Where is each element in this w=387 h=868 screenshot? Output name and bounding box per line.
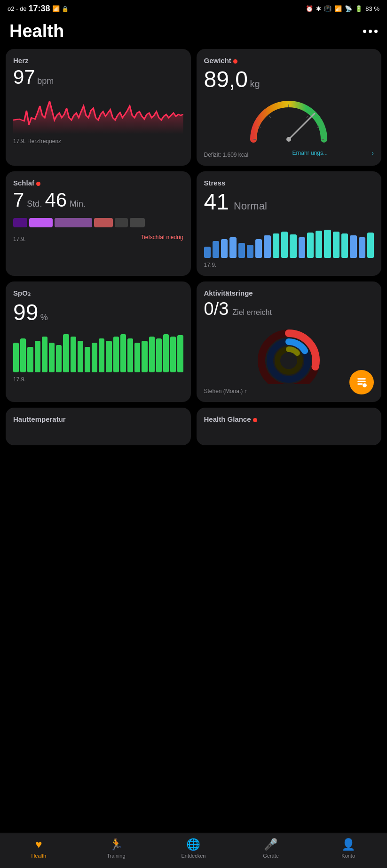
- stress-card[interactable]: Stress 41 Normal 17.9.: [197, 171, 382, 276]
- stress-bar-1: [213, 241, 219, 258]
- stress-bar-19: [367, 233, 374, 258]
- aktivitaet-value: 0/3: [204, 299, 229, 319]
- svg-rect-18: [357, 378, 365, 379]
- status-bar: o2 - de 17:38 📶 🔒 ⏰ ✱ 📳 📶 📡 🔋 83 %: [0, 0, 387, 16]
- dot2: [369, 30, 372, 33]
- stress-bar-2: [221, 239, 228, 258]
- dot3: [374, 30, 378, 33]
- nav-konto[interactable]: 👤 Konto: [334, 838, 363, 859]
- spo2-value-row: 99 %: [13, 299, 183, 325]
- nav-training[interactable]: 🏃 Training: [102, 838, 130, 859]
- spo2-bar-9: [78, 341, 83, 373]
- stress-bar-10: [290, 234, 296, 258]
- gewicht-footer-row: Defizit: 1.609 kcal Ernähr ungs... ›: [204, 148, 374, 158]
- sleep-seg-1: [13, 218, 27, 227]
- stress-bar-5: [247, 245, 253, 258]
- spo2-bar-21: [163, 334, 169, 372]
- spo2-card[interactable]: SpO₂ 99 % 17.9.: [6, 281, 191, 402]
- bottom-nav: ♥ Health 🏃 Training 🌐 Entdecken 🎤 Geräte…: [0, 833, 387, 868]
- stress-bar-12: [307, 233, 314, 258]
- spo2-bar-16: [127, 338, 133, 372]
- spo2-bar-20: [156, 338, 162, 372]
- gewicht-arrow[interactable]: ›: [371, 149, 374, 157]
- stress-bar-0: [204, 247, 211, 258]
- svg-point-16: [286, 339, 292, 345]
- gewicht-title: Gewicht: [204, 56, 374, 64]
- gewicht-link[interactable]: Ernähr ungs...: [292, 150, 328, 156]
- entdecken-nav-label: Entdecken: [181, 853, 205, 859]
- geraete-nav-label: Geräte: [263, 853, 279, 859]
- spo2-bars: [13, 330, 183, 372]
- aktivitaet-card[interactable]: Aktivitätsringe 0/3 Ziel erreicht: [197, 281, 382, 402]
- schlaf-mins-unit: Min.: [70, 199, 86, 209]
- heart-chart: [13, 92, 183, 134]
- gewicht-value-row: 89,0 kg: [204, 66, 374, 92]
- stress-bar-14: [324, 230, 331, 258]
- schlaf-warning: Tiefschlaf niedrig: [141, 234, 183, 241]
- status-right: ⏰ ✱ 📳 📶 📡 🔋 83 %: [306, 5, 379, 12]
- stress-bar-15: [333, 232, 340, 258]
- svg-line-4: [269, 116, 271, 118]
- aktivitaet-unit: Ziel erreicht: [232, 308, 272, 317]
- svg-point-1: [286, 137, 291, 142]
- spo2-bar-18: [142, 341, 147, 373]
- gewicht-value: 89,0: [204, 67, 248, 92]
- stress-value: 41: [204, 189, 229, 215]
- carrier-text: o2 - de: [8, 5, 26, 12]
- svg-point-17: [286, 347, 291, 352]
- hauttemperatur-card[interactable]: Hauttemperatur: [6, 408, 191, 445]
- konto-nav-icon: 👤: [341, 838, 355, 851]
- schlaf-mins: 46: [45, 189, 67, 211]
- battery-icon: 🔋: [355, 5, 363, 12]
- partial-cards-row: Hauttemperatur Health Glance: [0, 408, 387, 483]
- schlaf-value-row: 7 Std. 46 Min.: [13, 189, 183, 211]
- gewicht-deficit: Defizit: 1.609 kcal: [204, 152, 249, 158]
- alarm-icon: ⏰: [306, 5, 313, 12]
- spo2-unit: %: [40, 313, 48, 322]
- nfc-icon: 📶: [52, 5, 60, 12]
- stress-bar-17: [350, 235, 356, 258]
- herz-card[interactable]: Herz 97 bpm 17.9. Herzfrequenz: [6, 49, 191, 166]
- health-nav-label: Health: [31, 853, 46, 859]
- health-glance-card[interactable]: Health Glance: [197, 408, 382, 445]
- stress-label: Normal: [234, 200, 267, 212]
- cards-grid: Herz 97 bpm 17.9. Herzfrequenz Gewicht: [0, 49, 387, 402]
- aktivitaet-value-row: 0/3 Ziel erreicht: [204, 299, 374, 319]
- spo2-bar-2: [27, 347, 33, 372]
- svg-line-0: [289, 113, 315, 139]
- fab-button[interactable]: [349, 370, 374, 394]
- gewicht-unit: kg: [250, 79, 260, 89]
- spo2-bar-19: [149, 337, 155, 373]
- nav-entdecken[interactable]: 🌐 Entdecken: [179, 838, 207, 859]
- sleep-seg-3: [55, 218, 92, 227]
- training-nav-label: Training: [107, 853, 125, 859]
- spo2-bar-15: [120, 334, 126, 372]
- stress-bar-11: [299, 237, 305, 258]
- schlaf-footer-row: 17.9. Tiefschlaf niedrig: [13, 232, 183, 242]
- more-options-button[interactable]: [363, 30, 378, 33]
- spo2-bar-4: [42, 337, 47, 373]
- nav-geraete[interactable]: 🎤 Geräte: [257, 838, 285, 859]
- nav-health[interactable]: ♥ Health: [24, 838, 53, 859]
- signal-icon: 📡: [345, 5, 352, 12]
- gewicht-card[interactable]: Gewicht 89,0 kg: [197, 49, 382, 166]
- spo2-bar-10: [85, 347, 90, 372]
- stress-bar-8: [273, 233, 279, 258]
- herz-value: 97: [13, 66, 35, 88]
- spo2-title: SpO₂: [13, 289, 183, 297]
- schlaf-card[interactable]: Schlaf 7 Std. 46 Min. 17.9. Tiefschlaf n…: [6, 171, 191, 276]
- spo2-footer: 17.9.: [13, 376, 183, 383]
- spo2-bar-5: [49, 343, 55, 372]
- battery-text: 83 %: [365, 5, 379, 12]
- spo2-bar-3: [35, 341, 40, 373]
- weight-gauge: [204, 97, 374, 144]
- stress-bar-3: [229, 237, 236, 258]
- page-title: Health: [9, 21, 64, 41]
- herz-footer: 17.9. Herzfrequenz: [13, 138, 183, 145]
- entdecken-nav-icon: 🌐: [186, 838, 200, 851]
- spo2-bar-13: [106, 341, 111, 373]
- stress-value-row: 41 Normal: [204, 189, 374, 215]
- spo2-bar-14: [113, 337, 119, 373]
- hauttemperatur-title: Hauttemperatur: [13, 415, 183, 423]
- stress-title: Stress: [204, 179, 374, 187]
